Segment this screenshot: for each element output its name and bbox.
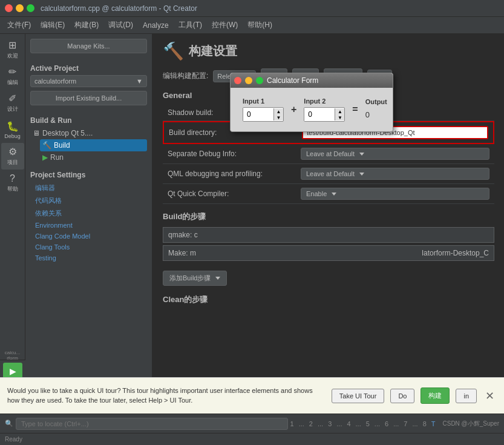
menu-debug[interactable]: 调试(D)	[103, 18, 138, 32]
grid-icon: ⊞	[8, 39, 16, 51]
tree-item-run-label: Run	[50, 153, 64, 162]
projects-icon: ⚙	[8, 146, 17, 157]
tree-item-build[interactable]: 🔨 Build	[40, 139, 147, 151]
separate-debug-select[interactable]: Leave at Default	[301, 148, 489, 160]
separate-debug-value: Leave at Default	[301, 148, 489, 160]
input1-up-button[interactable]: ▲	[273, 108, 283, 114]
manage-kits-button[interactable]: Manage Kits...	[30, 39, 147, 53]
project-name: calculatorform	[34, 77, 76, 85]
input2-spinner[interactable]: ▲ ▼	[335, 108, 344, 120]
sidebar-item-welcome[interactable]: ⊞ 欢迎	[1, 36, 24, 63]
input1-down-button[interactable]: ▼	[273, 114, 283, 120]
calculator-row: Input 1 ▲ ▼ + Input 2	[243, 97, 381, 122]
minimize-button[interactable]	[16, 4, 24, 12]
take-ui-tour-button[interactable]: Take UI Tour	[332, 389, 385, 403]
qt-quick-row: Qt Quick Compiler: Enable	[163, 184, 494, 204]
monitor-icon: 🖥	[33, 129, 40, 137]
menu-file[interactable]: 文件(F)	[2, 18, 36, 32]
build-button[interactable]: 构建	[421, 387, 450, 404]
project-selector[interactable]: calculatorform ▼	[30, 75, 147, 87]
output-col: Output 0	[365, 98, 387, 122]
build-settings-title: 构建设置	[189, 43, 237, 59]
menu-controls[interactable]: 控件(W)	[207, 18, 243, 32]
qt-quick-select[interactable]: Enable	[301, 188, 489, 200]
qml-debug-select[interactable]: Leave at Default	[301, 168, 489, 180]
qmake-label: qmake: c	[168, 231, 198, 239]
bottom-bar: 🔍 1 ... 2 ... 3 ... 4 ... 5 ... 6 ... 7 …	[0, 414, 504, 433]
input2-field[interactable]	[304, 108, 335, 121]
input1-wrap: ▲ ▼	[243, 107, 284, 122]
close-button[interactable]	[5, 4, 13, 12]
qt-quick-arrow	[332, 193, 336, 196]
settings-link-clang-code-model[interactable]: Clang Code Model	[30, 231, 147, 242]
maximize-button[interactable]	[27, 4, 34, 12]
input2-down-button[interactable]: ▼	[335, 114, 344, 120]
input2-up-button[interactable]: ▲	[335, 108, 344, 114]
build-settings-header: 🔨 构建设置	[163, 41, 494, 61]
qml-debug-value: Leave at Default	[301, 168, 489, 180]
titlebar-title: calculatorform.cpp @ calculatorform - Qt…	[41, 4, 197, 13]
separate-debug-row: Separate Debug Info: Leave at Default	[163, 144, 494, 164]
sidebar-item-help[interactable]: ? 帮助	[1, 170, 24, 196]
input1-spinner[interactable]: ▲ ▼	[273, 108, 283, 120]
menu-analyze[interactable]: Analyze	[138, 19, 174, 31]
settings-link-testing[interactable]: Testing	[30, 252, 147, 263]
sidebar-item-edit-label: 编辑	[7, 79, 18, 87]
sidebar-item-design[interactable]: ✐ 设计	[1, 90, 24, 116]
sidebar-item-help-label: 帮助	[7, 185, 18, 193]
dialog-content: Input 1 ▲ ▼ + Input 2	[231, 88, 393, 131]
settings-link-clang-tools[interactable]: Clang Tools	[30, 242, 147, 252]
build-run-label: Build & Run	[30, 116, 147, 125]
close-tour-icon[interactable]: ✕	[483, 387, 497, 405]
make-value: latorform-Desktop_C	[422, 249, 489, 257]
tree-item-desktop[interactable]: 🖥 Desktop Qt 5....	[30, 127, 147, 139]
dialog-minimize-button[interactable]	[245, 77, 252, 84]
dialog-close-button[interactable]	[234, 77, 241, 84]
watermark: CSDN @小辉_Super	[442, 420, 499, 428]
sidebar-item-projects[interactable]: ⚙ 项目	[1, 143, 24, 170]
input2-label: Input 2	[304, 97, 345, 105]
import-existing-build-button[interactable]: Import Existing Build...	[30, 91, 147, 105]
left-panel: Manage Kits... Active Project calculator…	[25, 34, 152, 377]
settings-link-code-style[interactable]: 代码风格	[30, 194, 147, 207]
equals-operator: =	[352, 104, 358, 115]
separate-debug-arrow	[359, 153, 364, 156]
qmake-row: qmake: c	[163, 227, 494, 243]
menubar: 文件(F) 编辑(E) 构建(B) 调试(D) Analyze 工具(T) 控件…	[0, 17, 504, 34]
menu-help[interactable]: 帮助(H)	[243, 18, 277, 32]
settings-link-environment[interactable]: Environment	[30, 220, 147, 231]
menu-edit[interactable]: 编辑(E)	[36, 18, 70, 32]
settings-link-dependencies[interactable]: 依赖关系	[30, 207, 147, 220]
active-project-label: Active Project	[30, 64, 147, 73]
add-build-step-button[interactable]: 添加Build步骤	[163, 271, 227, 286]
input2-col: Input 2 ▲ ▼	[304, 97, 345, 122]
sidebar-item-debug-label: Debug	[4, 133, 21, 139]
sidebar-item-edit[interactable]: ✏ 编辑	[1, 63, 24, 90]
search-input[interactable]	[16, 418, 288, 430]
sidebar-item-debug[interactable]: 🐛 Debug	[1, 116, 24, 143]
page-nums: 1 ... 2 ... 3 ... 4 ... 5 ... 6 ... 7 ..…	[290, 420, 436, 427]
sidebar-icons: ⊞ 欢迎 ✏ 编辑 ✐ 设计 🐛 Debug ⚙ 项目 ? 帮助	[0, 34, 25, 377]
settings-link-editor[interactable]: 编辑器	[30, 182, 147, 194]
edit-icon: ✏	[8, 66, 16, 77]
add-build-step-arrow	[215, 277, 220, 280]
dont-button[interactable]: Do	[390, 389, 414, 403]
tree-item-run[interactable]: ▶ Run	[40, 151, 147, 163]
menu-tools[interactable]: 工具(T)	[174, 18, 207, 32]
chevron-down-icon: ▼	[136, 77, 143, 85]
debug-icon: 🐛	[7, 120, 19, 132]
menu-build[interactable]: 构建(B)	[70, 18, 103, 32]
output-value: 0	[365, 108, 387, 122]
input1-field[interactable]	[243, 108, 273, 121]
dialog-maximize-button[interactable]	[256, 77, 263, 84]
project-settings-label: Project Settings	[30, 171, 147, 179]
dialog-title: Calculator Form	[267, 76, 318, 85]
search-icon: 🔍	[5, 420, 13, 427]
in-button[interactable]: in	[456, 389, 477, 403]
build-steps-area: Build的步骤 qmake: c Make: m latorform-Desk…	[163, 211, 494, 286]
tree-item-build-label: Build	[54, 141, 70, 150]
qml-debug-label: QML debugging and profiling:	[168, 170, 301, 178]
make-label: Make: m	[168, 249, 196, 257]
input2-wrap: ▲ ▼	[304, 107, 345, 122]
qml-debug-row: QML debugging and profiling: Leave at De…	[163, 164, 494, 184]
